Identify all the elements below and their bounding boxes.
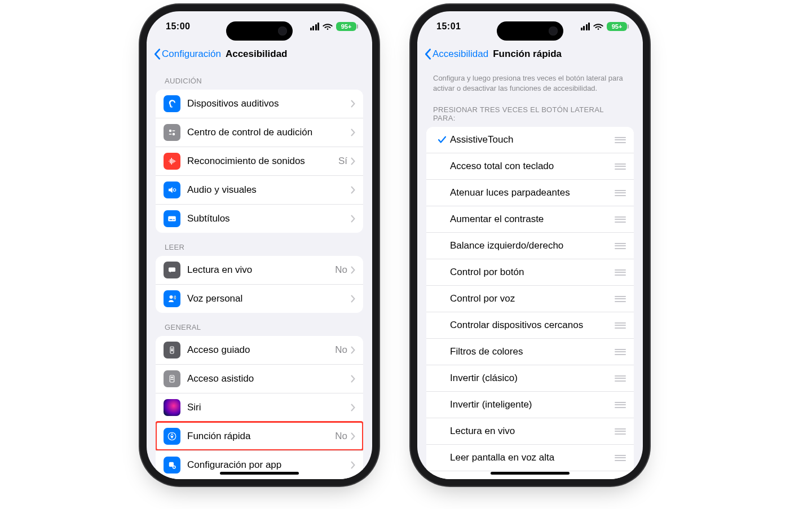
shortcut-row[interactable]: Control por voz xyxy=(426,285,634,312)
row-centro-control-audicion[interactable]: Centro de control de audición xyxy=(156,118,363,147)
shortcut-label: Atenuar luces parpadeantes xyxy=(450,187,615,198)
shortcut-label: Filtros de colores xyxy=(450,346,615,357)
shortcut-row[interactable]: Aumentar el contraste xyxy=(426,206,634,232)
row-label: Acceso guiado xyxy=(187,344,335,356)
nav-title: Accesibilidad xyxy=(226,48,288,60)
svg-point-1 xyxy=(173,133,175,136)
chevron-right-icon xyxy=(351,157,355,165)
chevron-right-icon xyxy=(351,129,355,136)
shortcut-label: Leer pantalla en voz alta xyxy=(450,452,615,463)
row-value: No xyxy=(335,431,347,442)
shortcut-row[interactable]: Lectura en vivo xyxy=(426,418,634,444)
row-reconocimiento-sonidos[interactable]: Reconocimiento de sonidos Sí xyxy=(156,147,363,175)
section-header-general: GENERAL xyxy=(147,313,372,336)
svg-rect-6 xyxy=(169,268,175,272)
shortcut-row[interactable]: Invertir (clásico) xyxy=(426,365,634,391)
row-acceso-asistido[interactable]: Acceso asistido xyxy=(156,364,363,393)
shortcut-row[interactable]: Control por botón xyxy=(426,259,634,285)
row-lectura-en-vivo[interactable]: Lectura en vivo No xyxy=(156,256,363,284)
home-indicator[interactable] xyxy=(491,472,570,475)
shortcut-label: Control por voz xyxy=(450,293,615,304)
status-time: 15:01 xyxy=(436,21,461,32)
group-leer: Lectura en vivo No Voz personal xyxy=(156,256,363,313)
wifi-icon xyxy=(593,23,603,30)
personal-voice-icon xyxy=(164,290,180,307)
row-siri[interactable]: Siri xyxy=(156,393,363,422)
group-general: Acceso guiado No Acceso asistido Siri xyxy=(156,336,363,479)
row-subtitulos[interactable]: Subtítulos xyxy=(156,204,363,233)
back-label: Configuración xyxy=(162,48,221,60)
shortcut-label: Balance izquierdo/derecho xyxy=(450,240,615,251)
reorder-handle-icon[interactable] xyxy=(615,296,626,302)
shortcut-label: Acceso total con teclado xyxy=(450,161,615,172)
chevron-right-icon xyxy=(351,461,355,469)
reorder-handle-icon[interactable] xyxy=(615,190,626,196)
reorder-handle-icon[interactable] xyxy=(615,455,626,461)
chevron-right-icon xyxy=(351,404,355,411)
chevron-right-icon xyxy=(351,186,355,194)
shortcut-row[interactable]: Atenuar luces parpadeantes xyxy=(426,179,634,206)
row-acceso-guiado[interactable]: Acceso guiado No xyxy=(156,336,363,364)
row-label: Reconocimiento de sonidos xyxy=(187,156,338,167)
battery-indicator: 95+ xyxy=(336,22,356,31)
reorder-handle-icon[interactable] xyxy=(615,322,626,329)
group-shortcut-list: AssistiveTouchAcceso total con tecladoAt… xyxy=(426,127,634,479)
shortcut-row[interactable]: AssistiveTouch xyxy=(426,127,634,153)
status-time: 15:00 xyxy=(166,21,190,32)
back-button[interactable]: Configuración xyxy=(153,48,221,60)
shortcut-label: Invertir (inteligente) xyxy=(450,399,615,410)
section-header-shortcut: PRESIONAR TRES VECES EL BOTÓN LATERAL PA… xyxy=(417,95,643,127)
chevron-right-icon xyxy=(351,266,355,274)
description-text: Configura y luego presiona tres veces el… xyxy=(417,67,643,95)
cellular-signal-icon xyxy=(310,23,320,30)
siri-icon xyxy=(164,399,180,416)
row-label: Subtítulos xyxy=(187,213,351,224)
guided-access-icon xyxy=(164,342,180,358)
nav-title: Función rápida xyxy=(493,48,562,60)
assistive-access-icon xyxy=(164,370,180,387)
reorder-handle-icon[interactable] xyxy=(615,428,626,435)
svg-point-0 xyxy=(169,130,172,132)
row-label: Función rápida xyxy=(187,431,335,442)
reorder-handle-icon[interactable] xyxy=(615,163,626,170)
reorder-handle-icon[interactable] xyxy=(615,137,626,143)
nav-bar: Configuración Accesibilidad xyxy=(147,42,372,67)
ear-icon xyxy=(164,95,180,112)
home-indicator[interactable] xyxy=(220,472,299,475)
reorder-handle-icon[interactable] xyxy=(615,349,626,355)
svg-rect-13 xyxy=(172,379,173,380)
shortcut-label: Lectura en vivo xyxy=(450,426,615,437)
dynamic-island xyxy=(226,21,293,41)
shortcut-label: Controlar dispositivos cercanos xyxy=(450,320,615,331)
shortcut-label: Control por botón xyxy=(450,267,615,278)
row-value: No xyxy=(335,264,347,276)
row-audio-visuales[interactable]: Audio y visuales xyxy=(156,175,363,204)
shortcut-row[interactable]: Leer pantalla en voz alta xyxy=(426,444,634,471)
back-button[interactable]: Accesibilidad xyxy=(424,48,488,60)
shortcut-row[interactable]: Invertir (inteligente) xyxy=(426,391,634,418)
svg-rect-4 xyxy=(170,219,173,220)
reorder-handle-icon[interactable] xyxy=(615,375,626,382)
svg-rect-12 xyxy=(171,379,172,380)
row-label: Configuración por app xyxy=(187,459,351,471)
shortcut-label: AssistiveTouch xyxy=(450,134,615,145)
chevron-right-icon xyxy=(351,100,355,108)
reorder-handle-icon[interactable] xyxy=(615,243,626,249)
section-header-leer: LEER xyxy=(147,233,372,256)
shortcut-row[interactable]: Acceso total con teclado xyxy=(426,153,634,179)
hearing-control-icon xyxy=(164,124,180,141)
row-dispositivos-auditivos[interactable]: Dispositivos auditivos xyxy=(156,90,363,118)
shortcut-row[interactable]: Controlar dispositivos cercanos xyxy=(426,312,634,338)
row-funcion-rapida[interactable]: Función rápida No xyxy=(156,422,363,450)
reorder-handle-icon[interactable] xyxy=(615,269,626,276)
shortcut-row[interactable]: Filtros de colores xyxy=(426,338,634,365)
svg-point-2 xyxy=(173,189,176,192)
reorder-handle-icon[interactable] xyxy=(615,216,626,223)
svg-point-18 xyxy=(173,466,175,468)
shortcut-row[interactable]: Balance izquierdo/derecho xyxy=(426,232,634,259)
live-speech-icon xyxy=(164,262,180,278)
row-configuracion-por-app[interactable]: Configuración por app xyxy=(156,450,363,479)
row-voz-personal[interactable]: Voz personal xyxy=(156,284,363,313)
reorder-handle-icon[interactable] xyxy=(615,402,626,408)
dynamic-island xyxy=(497,21,563,41)
